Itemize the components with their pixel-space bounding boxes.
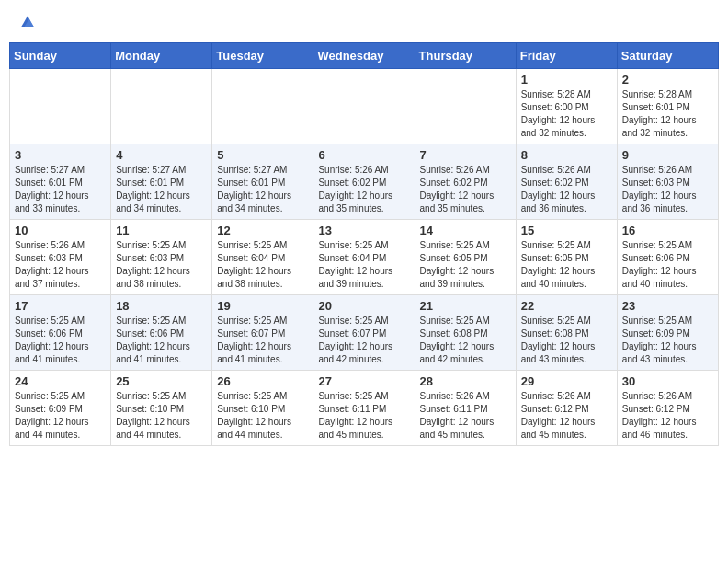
day-of-week-header: Sunday (10, 43, 111, 69)
calendar-body: 1Sunrise: 5:28 AM Sunset: 6:00 PM Daylig… (10, 69, 719, 446)
cell-info: Sunrise: 5:25 AM Sunset: 6:04 PM Dayligh… (318, 239, 409, 291)
cell-info: Sunrise: 5:25 AM Sunset: 6:08 PM Dayligh… (521, 315, 612, 366)
calendar-cell: 10Sunrise: 5:26 AM Sunset: 6:03 PM Dayli… (10, 220, 111, 295)
calendar-table: SundayMondayTuesdayWednesdayThursdayFrid… (9, 42, 719, 446)
day-number: 14 (420, 224, 511, 237)
day-number: 19 (217, 299, 308, 313)
calendar-cell: 1Sunrise: 5:28 AM Sunset: 6:00 PM Daylig… (516, 69, 617, 144)
day-number: 8 (521, 148, 612, 162)
cell-info: Sunrise: 5:25 AM Sunset: 6:05 PM Dayligh… (420, 239, 511, 291)
cell-info: Sunrise: 5:27 AM Sunset: 6:01 PM Dayligh… (15, 164, 106, 215)
day-number: 3 (15, 148, 106, 162)
calendar-header-row: SundayMondayTuesdayWednesdayThursdayFrid… (10, 43, 719, 69)
cell-info: Sunrise: 5:25 AM Sunset: 6:06 PM Dayligh… (622, 239, 713, 291)
calendar-cell (10, 69, 111, 144)
day-number: 7 (420, 148, 511, 162)
calendar-cell: 23Sunrise: 5:25 AM Sunset: 6:09 PM Dayli… (617, 295, 718, 371)
cell-info: Sunrise: 5:26 AM Sunset: 6:12 PM Dayligh… (521, 390, 612, 442)
day-of-week-header: Friday (516, 43, 617, 69)
day-number: 29 (521, 374, 612, 388)
logo (17, 13, 37, 31)
calendar-cell: 27Sunrise: 5:25 AM Sunset: 6:11 PM Dayli… (313, 371, 415, 446)
day-number: 25 (116, 374, 207, 388)
cell-info: Sunrise: 5:26 AM Sunset: 6:11 PM Dayligh… (420, 390, 511, 442)
day-of-week-header: Monday (111, 43, 212, 69)
day-number: 16 (622, 224, 713, 237)
cell-info: Sunrise: 5:25 AM Sunset: 6:04 PM Dayligh… (217, 239, 308, 291)
day-number: 21 (420, 299, 511, 313)
calendar-cell: 13Sunrise: 5:25 AM Sunset: 6:04 PM Dayli… (313, 220, 415, 295)
calendar-cell: 12Sunrise: 5:25 AM Sunset: 6:04 PM Dayli… (212, 220, 313, 295)
calendar-cell: 5Sunrise: 5:27 AM Sunset: 6:01 PM Daylig… (212, 144, 313, 220)
cell-info: Sunrise: 5:26 AM Sunset: 6:02 PM Dayligh… (420, 164, 511, 215)
calendar-cell: 7Sunrise: 5:26 AM Sunset: 6:02 PM Daylig… (415, 144, 516, 220)
calendar-week-row: 24Sunrise: 5:25 AM Sunset: 6:09 PM Dayli… (10, 371, 719, 446)
day-number: 18 (116, 299, 207, 313)
calendar-cell: 15Sunrise: 5:25 AM Sunset: 6:05 PM Dayli… (516, 220, 617, 295)
day-of-week-header: Tuesday (212, 43, 313, 69)
day-number: 20 (318, 299, 409, 313)
cell-info: Sunrise: 5:25 AM Sunset: 6:06 PM Dayligh… (15, 315, 106, 366)
day-number: 15 (521, 224, 612, 237)
day-number: 4 (116, 148, 207, 162)
cell-info: Sunrise: 5:25 AM Sunset: 6:03 PM Dayligh… (116, 239, 207, 291)
day-number: 11 (116, 224, 207, 237)
cell-info: Sunrise: 5:28 AM Sunset: 6:01 PM Dayligh… (622, 88, 713, 140)
calendar-cell: 3Sunrise: 5:27 AM Sunset: 6:01 PM Daylig… (10, 144, 111, 220)
day-number: 9 (622, 148, 713, 162)
cell-info: Sunrise: 5:26 AM Sunset: 6:02 PM Dayligh… (521, 164, 612, 215)
calendar-cell: 29Sunrise: 5:26 AM Sunset: 6:12 PM Dayli… (516, 371, 617, 446)
calendar-cell: 14Sunrise: 5:25 AM Sunset: 6:05 PM Dayli… (415, 220, 516, 295)
day-number: 5 (217, 148, 308, 162)
day-number: 30 (622, 374, 713, 388)
calendar-cell: 16Sunrise: 5:25 AM Sunset: 6:06 PM Dayli… (617, 220, 718, 295)
logo-icon (18, 13, 37, 31)
day-number: 22 (521, 299, 612, 313)
cell-info: Sunrise: 5:25 AM Sunset: 6:07 PM Dayligh… (217, 315, 308, 366)
calendar-week-row: 1Sunrise: 5:28 AM Sunset: 6:00 PM Daylig… (10, 69, 719, 144)
calendar-cell (313, 69, 415, 144)
calendar-week-row: 17Sunrise: 5:25 AM Sunset: 6:06 PM Dayli… (10, 295, 719, 371)
day-number: 28 (420, 374, 511, 388)
calendar-cell: 8Sunrise: 5:26 AM Sunset: 6:02 PM Daylig… (516, 144, 617, 220)
cell-info: Sunrise: 5:25 AM Sunset: 6:06 PM Dayligh… (116, 315, 207, 366)
calendar-cell: 2Sunrise: 5:28 AM Sunset: 6:01 PM Daylig… (617, 69, 718, 144)
cell-info: Sunrise: 5:25 AM Sunset: 6:05 PM Dayligh… (521, 239, 612, 291)
cell-info: Sunrise: 5:25 AM Sunset: 6:10 PM Dayligh… (217, 390, 308, 442)
calendar-week-row: 10Sunrise: 5:26 AM Sunset: 6:03 PM Dayli… (10, 220, 719, 295)
calendar-cell (212, 69, 313, 144)
day-number: 13 (318, 224, 409, 237)
cell-info: Sunrise: 5:26 AM Sunset: 6:02 PM Dayligh… (318, 164, 409, 215)
page-header (9, 9, 719, 35)
cell-info: Sunrise: 5:25 AM Sunset: 6:08 PM Dayligh… (420, 315, 511, 366)
day-of-week-header: Saturday (617, 43, 718, 69)
cell-info: Sunrise: 5:25 AM Sunset: 6:07 PM Dayligh… (318, 315, 409, 366)
calendar-cell: 30Sunrise: 5:26 AM Sunset: 6:12 PM Dayli… (617, 371, 718, 446)
cell-info: Sunrise: 5:25 AM Sunset: 6:09 PM Dayligh… (15, 390, 106, 442)
day-number: 2 (622, 73, 713, 86)
calendar-cell: 18Sunrise: 5:25 AM Sunset: 6:06 PM Dayli… (111, 295, 212, 371)
calendar-week-row: 3Sunrise: 5:27 AM Sunset: 6:01 PM Daylig… (10, 144, 719, 220)
cell-info: Sunrise: 5:26 AM Sunset: 6:03 PM Dayligh… (15, 239, 106, 291)
calendar-cell: 24Sunrise: 5:25 AM Sunset: 6:09 PM Dayli… (10, 371, 111, 446)
calendar-cell: 26Sunrise: 5:25 AM Sunset: 6:10 PM Dayli… (212, 371, 313, 446)
calendar-cell: 4Sunrise: 5:27 AM Sunset: 6:01 PM Daylig… (111, 144, 212, 220)
day-number: 1 (521, 73, 612, 86)
day-number: 26 (217, 374, 308, 388)
cell-info: Sunrise: 5:28 AM Sunset: 6:00 PM Dayligh… (521, 88, 612, 140)
day-number: 10 (15, 224, 106, 237)
cell-info: Sunrise: 5:25 AM Sunset: 6:10 PM Dayligh… (116, 390, 207, 442)
calendar-cell: 20Sunrise: 5:25 AM Sunset: 6:07 PM Dayli… (313, 295, 415, 371)
cell-info: Sunrise: 5:25 AM Sunset: 6:11 PM Dayligh… (318, 390, 409, 442)
cell-info: Sunrise: 5:26 AM Sunset: 6:03 PM Dayligh… (622, 164, 713, 215)
calendar-cell (415, 69, 516, 144)
calendar-cell: 25Sunrise: 5:25 AM Sunset: 6:10 PM Dayli… (111, 371, 212, 446)
day-number: 23 (622, 299, 713, 313)
day-of-week-header: Thursday (415, 43, 516, 69)
calendar-cell: 9Sunrise: 5:26 AM Sunset: 6:03 PM Daylig… (617, 144, 718, 220)
calendar-cell: 22Sunrise: 5:25 AM Sunset: 6:08 PM Dayli… (516, 295, 617, 371)
day-of-week-header: Wednesday (313, 43, 415, 69)
cell-info: Sunrise: 5:26 AM Sunset: 6:12 PM Dayligh… (622, 390, 713, 442)
cell-info: Sunrise: 5:27 AM Sunset: 6:01 PM Dayligh… (116, 164, 207, 215)
calendar-cell: 11Sunrise: 5:25 AM Sunset: 6:03 PM Dayli… (111, 220, 212, 295)
